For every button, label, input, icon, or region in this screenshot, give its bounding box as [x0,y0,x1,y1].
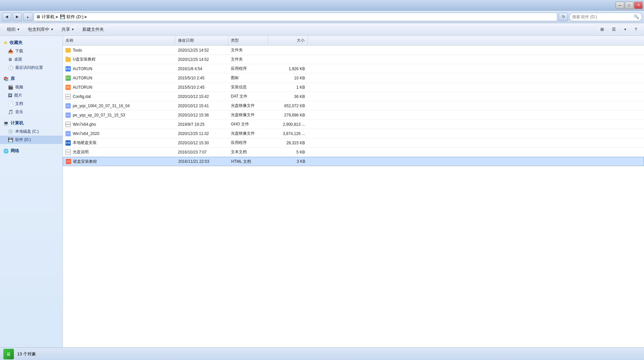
table-row[interactable]: Tools 2020/12/25 14:52 文件夹 [63,46,644,55]
disk-d-icon: 💾 [8,137,13,142]
col-header-name[interactable]: 名称 [63,36,175,45]
favorites-header[interactable]: ★ 收藏夹 [0,38,63,47]
include-library-button[interactable]: 包含到库中 ▼ [24,25,57,34]
file-size: 5 KB [268,150,308,155]
library-header[interactable]: 📚 库 [0,74,63,83]
breadcrumb-drive[interactable]: 软件 (D:) [66,14,83,20]
help-button[interactable]: ? [631,25,641,34]
sidebar-item-disk-d[interactable]: 💾 软件 (D:) [0,136,63,144]
search-icon[interactable]: 🔍 [634,14,639,19]
view-list-button[interactable]: ⊞ [597,25,608,34]
table-row[interactable]: TXT 光盘说明 2016/10/23 7:07 文本文档 5 KB [63,148,644,157]
file-date: 2020/10/12 15:42 [175,94,228,99]
file-date: 2020/12/25 11:32 [175,131,228,136]
file-name: DAT Config.dat [63,94,175,99]
forward-button[interactable]: ▶ [13,13,22,21]
table-row[interactable]: EXE AUTORUN 2016/1/8 4:54 应用程序 1,926 KB [63,64,644,73]
sidebar-item-video[interactable]: 🎬 视频 [0,83,63,91]
table-row[interactable]: ISO Win7x64_2020 2020/12/25 11:32 光盘映像文件… [63,129,644,138]
html-icon: HTM [66,159,71,164]
library-section: 📚 库 🎬 视频 🖼 图片 📄 文档 🎵 音乐 [0,74,63,116]
file-type: 光盘映像文件 [228,103,268,109]
sidebar-item-music[interactable]: 🎵 音乐 [0,108,63,116]
dat-icon: DAT [65,94,71,99]
desktop-icon: 🖥 [8,57,12,62]
file-size: 279,696 KB [268,113,308,117]
computer-section: 💻 计算机 💿 本地磁盘 (C:) 💾 软件 (D:) [0,119,63,144]
table-row[interactable]: DAT Config.dat 2020/10/12 15:42 DAT 文件 3… [63,92,644,101]
table-row[interactable]: ICO AUTORUN 2015/5/10 2:45 图标 10 KB [63,73,644,83]
up-button[interactable]: ▲ [23,13,32,21]
table-row[interactable]: INF AUTORUN 2015/5/10 2:45 安装信息 1 KB [63,83,644,92]
sidebar-item-picture[interactable]: 🖼 图片 [0,91,63,100]
file-size: 1 KB [268,85,308,90]
file-date: 2020/10/12 15:36 [175,113,228,117]
file-date: 2020/12/25 14:52 [175,48,228,53]
favorites-label: 收藏夹 [10,40,22,46]
back-button[interactable]: ◀ [2,13,11,21]
statusbar: 🖥 13 个对象 [0,347,644,360]
close-button[interactable]: ✕ [634,2,643,9]
file-type: 应用程序 [228,140,268,146]
search-bar[interactable]: 🔍 [569,13,642,21]
network-label: 网络 [11,148,19,154]
video-label: 视频 [15,84,23,90]
computer-header[interactable]: 💻 计算机 [0,119,63,127]
sidebar-item-document[interactable]: 📄 文档 [0,100,63,108]
file-size: 1,926 KB [268,67,308,71]
table-row[interactable]: EXE 本地硬盘安装 2020/10/12 15:30 应用程序 28,315 … [63,138,644,148]
library-icon: 📚 [3,76,9,81]
file-date: 2016/1/8 4:54 [175,67,228,71]
file-type: 文本文档 [228,149,268,155]
sidebar-item-download[interactable]: 📥 下载 [0,47,63,55]
network-header[interactable]: 🌐 网络 [0,147,63,155]
table-row[interactable]: GHO Win7x64.gho 2019/9/7 19:25 GHO 文件 2,… [63,120,644,129]
new-folder-label: 新建文件夹 [82,26,104,32]
window-controls: ─ □ ✕ [616,2,643,9]
file-name: EXE AUTORUN [63,66,175,71]
document-icon: 📄 [8,101,13,106]
address-bar: ◀ ▶ ▲ 🖥 计算机 ▶ 💾 软件 (D:) ▶ ↻ 🔍 [0,11,644,23]
breadcrumb[interactable]: 🖥 计算机 ▶ 💾 软件 (D:) ▶ [34,13,557,21]
search-input[interactable] [572,15,632,19]
file-size: 2,900,813 ... [268,122,308,127]
file-type: 文件夹 [228,47,268,53]
recent-icon: 🕐 [8,65,13,70]
breadcrumb-computer[interactable]: 计算机 [42,14,55,20]
col-header-date[interactable]: 修改日期 [175,36,228,45]
include-library-label: 包含到库中 [28,26,49,32]
disk-d-label: 软件 (D:) [15,137,31,143]
col-header-type[interactable]: 类型 [228,36,268,45]
file-name: U盘安装教程 [63,57,175,62]
sidebar-item-disk-c[interactable]: 💿 本地磁盘 (C:) [0,127,63,136]
share-button[interactable]: 共享 ▼ [58,25,78,34]
table-row[interactable]: U盘安装教程 2020/12/25 14:52 文件夹 [63,55,644,64]
document-label: 文档 [15,101,23,107]
table-row[interactable]: ISO pe_yqs_1064_20_07_31_16_04 2020/10/1… [63,101,644,111]
organize-button[interactable]: 组织 ▼ [3,25,23,34]
table-row[interactable]: ISO pe_yqs_xp_20_07_31_15_53 2020/10/12 … [63,111,644,120]
file-name: GHO Win7x64.gho [63,122,175,127]
file-type: HTML 文档 [229,159,268,164]
refresh-button[interactable]: ↻ [559,13,568,21]
disk-c-label: 本地磁盘 (C:) [15,129,39,134]
iso-icon: ISO [65,103,71,109]
col-header-size[interactable]: 大小 [268,36,308,45]
minimize-button[interactable]: ─ [616,2,624,9]
file-rows-container: Tools 2020/12/25 14:52 文件夹 U盘安装教程 2020/1… [63,46,644,166]
video-icon: 🎬 [8,85,13,90]
new-folder-button[interactable]: 新建文件夹 [79,25,107,34]
table-row[interactable]: HTM 硬盘安装教程 2016/11/21 22:03 HTML 文档 3 KB [63,157,644,166]
sidebar-item-desktop[interactable]: 🖥 桌面 [0,55,63,64]
file-size: 3 KB [268,159,308,164]
view-detail-button[interactable]: ☰ [608,25,620,34]
disk-c-icon: 💿 [8,129,13,134]
file-date: 2016/11/21 22:03 [176,159,229,164]
sidebar-item-recent[interactable]: 🕐 最近访问的位置 [0,64,63,72]
exe2-icon: EXE [65,140,71,146]
maximize-button[interactable]: □ [625,2,633,9]
view-arrow-button[interactable]: ▼ [620,25,630,34]
download-label: 下载 [15,48,23,54]
drive-icon: 💾 [60,14,65,19]
file-type: GHO 文件 [228,121,268,127]
